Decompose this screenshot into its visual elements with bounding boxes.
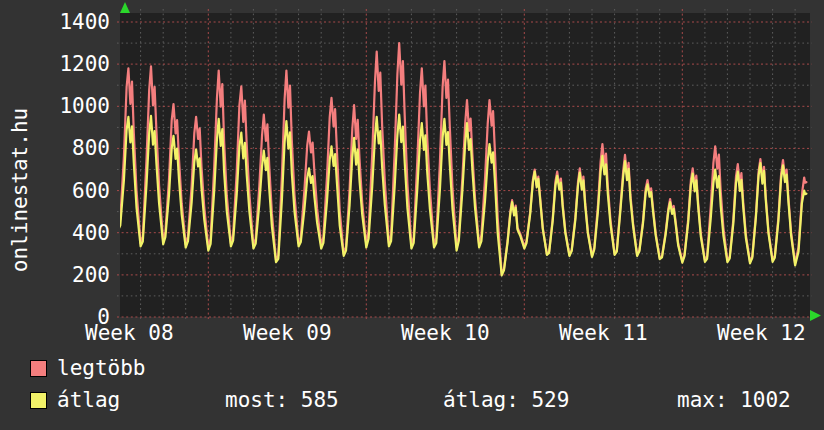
stat-atlag-label: átlag:	[443, 388, 519, 412]
chart-canvas: 0200400600800100012001400Week 08Week 09W…	[0, 0, 824, 352]
y-axis-labels: 0200400600800100012001400	[59, 10, 110, 329]
svg-text:600: 600	[72, 179, 110, 203]
svg-text:Week 12: Week 12	[717, 321, 806, 345]
x-axis-labels: Week 08Week 09Week 10Week 11Week 12	[85, 321, 806, 345]
y-axis-arrow-icon	[120, 2, 130, 13]
stat-max-value: 1002	[740, 388, 791, 412]
svg-text:Week 08: Week 08	[85, 321, 174, 345]
stat-max: max:1002	[677, 388, 791, 412]
stat-most-label: most:	[225, 388, 288, 412]
svg-text:Week 10: Week 10	[401, 321, 490, 345]
svg-text:800: 800	[72, 136, 110, 160]
stat-max-label: max:	[677, 388, 728, 412]
svg-text:1400: 1400	[59, 10, 110, 34]
x-axis-arrow-icon	[810, 310, 821, 321]
graph-panel: onlinestat.hu 0200400600800100012001400W…	[0, 0, 824, 430]
stat-atlag: átlag:529	[443, 388, 569, 412]
svg-text:Week 11: Week 11	[559, 321, 648, 345]
legend-swatch-atlag	[30, 392, 47, 409]
svg-text:400: 400	[72, 221, 110, 245]
stat-most: most:585	[225, 388, 339, 412]
legend-label-atlag: átlag	[57, 388, 120, 412]
svg-text:Week 09: Week 09	[243, 321, 332, 345]
legend-label-legtobb: legtöbb	[57, 356, 146, 380]
legend-swatch-legtobb	[30, 360, 47, 377]
stat-most-value: 585	[301, 388, 339, 412]
svg-text:1200: 1200	[59, 52, 110, 76]
svg-text:200: 200	[72, 263, 110, 287]
stat-atlag-value: 529	[531, 388, 569, 412]
svg-text:1000: 1000	[59, 94, 110, 118]
